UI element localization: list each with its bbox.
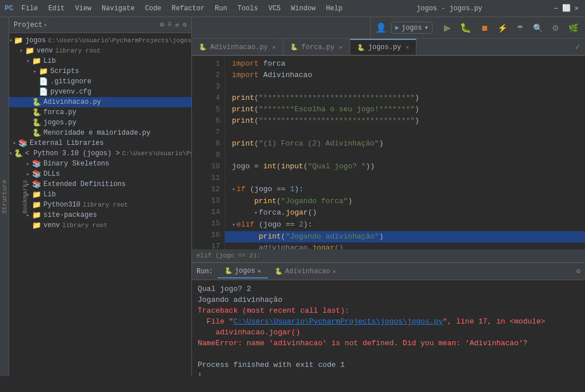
tree-item-label: Lib <box>43 191 56 199</box>
tree-item-venv[interactable]: ▾ 📁 venv library root <box>9 46 191 56</box>
minimize-button[interactable]: — <box>552 5 560 13</box>
maximize-button[interactable]: ⬜ <box>562 5 570 13</box>
stop-button[interactable]: ⏹ <box>478 22 491 34</box>
locate-file-icon[interactable]: ⊞ <box>160 21 164 29</box>
folder-icon: 📁 <box>32 221 41 230</box>
close-button[interactable]: ✕ <box>572 5 580 13</box>
bookmarks-tab[interactable]: Bookmarks <box>21 176 30 217</box>
menu-window[interactable]: Window <box>286 3 320 14</box>
tree-item-pyvenv[interactable]: 📄 pyvenv.cfg <box>9 87 191 97</box>
file-tree-content: ▾ 📁 jogos C:\Users\Usuario\PycharmProjec… <box>9 33 191 376</box>
python-file-icon: 🐍 <box>32 128 41 138</box>
tab-adivinhacao[interactable]: 🐍 Adivinhacao.py ✕ <box>192 39 283 55</box>
tree-item-forca[interactable]: 🐍 forca.py <box>9 107 191 118</box>
tree-item-dlls[interactable]: ▸ 📚 DLLs <box>9 169 191 179</box>
python-icon: 🐍 <box>199 43 207 51</box>
arrow-icon: ▸ <box>25 160 31 167</box>
tab-label: jogos.py <box>368 43 402 51</box>
menu-view[interactable]: View <box>70 3 96 14</box>
tree-item-python310[interactable]: ▾ 🐍 < Python 3.10 (jogos) > C:\Users\Usu… <box>9 148 191 159</box>
arrow-icon <box>25 110 31 116</box>
run-tab-jogos[interactable]: 🐍 jogos ✕ <box>218 265 268 278</box>
structure-tab[interactable]: Structure <box>0 176 9 217</box>
menu-tools[interactable]: Tools <box>233 3 263 14</box>
collapse-all-icon[interactable]: ≡ <box>167 21 171 29</box>
run-tab-adivinhacao[interactable]: 🐍 Adivinhacao ✕ <box>268 265 343 278</box>
tree-item-lib-label: library root <box>62 222 107 229</box>
menu-navigate[interactable]: Navigate <box>97 3 139 14</box>
tree-item-venv2[interactable]: 📁 venv library root <box>9 220 191 231</box>
folder-icon: 📁 <box>32 56 41 66</box>
project-dropdown-icon[interactable]: ▾ <box>43 22 47 29</box>
tree-item-path: C:\Users\Usuario\PycharmProjects\jogos <box>48 37 191 44</box>
tree-item-python310-lib[interactable]: 📁 Python310 library root <box>9 200 191 210</box>
file-icon: 📄 <box>39 77 48 86</box>
power-save-button[interactable]: 🌿 <box>566 22 580 34</box>
run-file-link[interactable]: C:\Users\Usuario\PycharmProjects\jogos\j… <box>233 317 443 326</box>
library-icon: 📚 <box>32 169 41 179</box>
tree-item-label: Lib <box>43 57 56 65</box>
run-settings-icon[interactable]: ⚙ <box>576 267 580 276</box>
tab-forca[interactable]: 🐍 forca.py ✕ <box>283 39 350 55</box>
settings-button[interactable]: ⚙ <box>550 22 562 34</box>
breadcrumb-text: elif (jogo == 2): <box>197 252 261 259</box>
run-tab-label: Adivinhacao <box>285 268 330 276</box>
tab-label: forca.py <box>302 43 335 51</box>
tree-item-label: forca.py <box>43 108 77 116</box>
tree-item-menoridade[interactable]: 🐍 Menoridade e maioridade.py <box>9 128 191 138</box>
tab-close-icon[interactable]: ✕ <box>273 44 276 51</box>
tree-item-jogos-py[interactable]: 🐍 jogos.py <box>9 118 191 128</box>
tree-item-ext-libs[interactable]: ▾ 📚 External Libraries <box>9 138 191 148</box>
tree-item-jogos-root[interactable]: ▾ 📁 jogos C:\Users\Usuario\PycharmProjec… <box>9 35 191 46</box>
tree-item-binary-skeletons[interactable]: ▸ 📚 Binary Skeletons <box>9 159 191 169</box>
arrow-icon: ▸ <box>32 68 38 75</box>
code-line-10: jogo = int(input("Qual jogo? ")) <box>232 161 578 172</box>
app-icon: PC <box>5 4 14 13</box>
run-tab-close-icon[interactable]: ✕ <box>332 268 336 275</box>
tree-item-gitignore[interactable]: 📄 .gitignore <box>9 76 191 87</box>
python-icon: 🐍 <box>290 43 298 51</box>
run-tab-close-icon[interactable]: ✕ <box>258 268 261 274</box>
file-icon: 📄 <box>39 87 48 96</box>
tab-jogos[interactable]: 🐍 jogos.py ✕ <box>350 39 417 55</box>
tree-item-extended-defs[interactable]: ▸ 📚 Extended Definitions <box>9 179 191 189</box>
menu-refactor[interactable]: Refactor <box>167 3 209 14</box>
tree-item-label: External Libraries <box>30 139 104 147</box>
tree-item-lib2[interactable]: ▸ 📁 Lib <box>9 189 191 200</box>
arrow-icon <box>25 223 31 229</box>
run-button[interactable]: ▶ <box>442 21 453 34</box>
tree-item-adivinhacao[interactable]: 🐍 Adivinhacao.py <box>9 97 191 107</box>
profile-button[interactable]: ⚡ <box>495 22 510 34</box>
code-line-6: print("*********************************… <box>232 115 578 127</box>
expand-icon[interactable]: ⇄ <box>175 21 179 29</box>
settings-icon[interactable]: ⚙ <box>183 21 187 29</box>
tree-item-site-packages[interactable]: ▸ 📁 site-packages <box>9 210 191 220</box>
menu-edit[interactable]: Edit <box>43 3 69 14</box>
arrow-icon: ▾ <box>9 150 13 157</box>
project-header-tools: ⊞ ≡ ⇄ ⚙ <box>160 21 187 29</box>
tree-item-scripts[interactable]: ▸ 📁 Scripts <box>9 66 191 76</box>
run-tab-label: jogos <box>235 267 255 275</box>
tab-close-icon[interactable]: ✕ <box>339 44 342 51</box>
bottom-breadcrumb: elif (jogo == 2): <box>192 249 585 262</box>
tree-item-label: Binary Skeletons <box>43 160 109 168</box>
tab-close-icon[interactable]: ✕ <box>406 44 409 51</box>
menu-code[interactable]: Code <box>141 3 166 14</box>
combo-dropdown-icon: ▾ <box>424 23 428 32</box>
menu-file[interactable]: File <box>17 3 43 14</box>
tree-item-lib[interactable]: ▾ 📁 Lib <box>9 56 191 66</box>
tree-item-label: Python310 <box>43 201 81 209</box>
code-line-1: import forca <box>232 58 578 70</box>
code-editor[interactable]: import forca import Adivinhacao print("*… <box>225 56 585 249</box>
tree-item-label: venv <box>37 47 53 55</box>
debug-button[interactable]: 🐛 <box>458 21 474 34</box>
window-controls: — ⬜ ✕ <box>552 5 580 13</box>
menu-run[interactable]: Run <box>210 3 232 14</box>
tree-item-label: site-packages <box>43 211 97 219</box>
project-combo[interactable]: ▶ jogos ▾ <box>391 22 432 34</box>
menu-vcs[interactable]: VCS <box>264 3 286 14</box>
coverage-button[interactable]: ☂ <box>514 22 526 34</box>
search-everywhere-button[interactable]: 🔍 <box>531 22 545 34</box>
menu-help[interactable]: Help <box>322 3 347 14</box>
user-icon[interactable]: 👤 <box>375 22 387 34</box>
